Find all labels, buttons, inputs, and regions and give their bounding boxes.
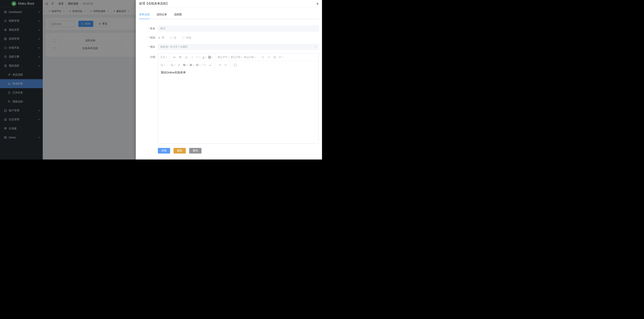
sidebar-item-todo-tasks[interactable]: 待办任务 xyxy=(0,79,43,88)
todo-list-icon[interactable] xyxy=(273,53,277,61)
drawer-actions: 同意 驳回 委托 xyxy=(158,148,319,154)
bold-button[interactable]: B xyxy=(178,53,182,61)
chevron-down-icon xyxy=(38,119,40,121)
blockquote-icon[interactable] xyxy=(172,53,176,61)
sidebar-item-dashboard[interactable]: Dashboard xyxy=(0,8,43,17)
radio-unknown[interactable]: 未知 xyxy=(182,36,191,40)
sidebar-item-label: 已办任务 xyxy=(12,91,40,94)
address-label: 地址 xyxy=(139,45,155,49)
name-input[interactable] xyxy=(158,26,319,31)
more-styles-dropdown[interactable]: •••▾ xyxy=(196,53,200,61)
grid-icon xyxy=(4,136,7,139)
sidebar-item-online-dev[interactable]: 在线开发 xyxy=(0,43,43,52)
sidebar-item-app-management[interactable]: 应用管理 xyxy=(0,34,43,43)
chevron-down-icon xyxy=(38,38,40,40)
radio-dot-icon xyxy=(170,37,172,39)
caret-down-icon: ▾ xyxy=(174,64,175,66)
sidebar-item-label: 权限管理 xyxy=(9,19,38,23)
document-check-icon xyxy=(4,118,7,121)
sidebar-item-permissions[interactable]: 权限管理 xyxy=(0,17,43,26)
line-height-dropdown[interactable]: 默认行高▾ xyxy=(244,53,256,61)
toolbar-divider xyxy=(170,53,170,61)
tab-form-info[interactable]: 表单信息 xyxy=(139,12,150,19)
chevron-down-icon xyxy=(38,29,40,31)
sidebar-item-log-management[interactable]: 日志管理 xyxy=(0,115,43,124)
bullet-list-icon[interactable] xyxy=(261,53,265,61)
tab-flow-records[interactable]: 流转记录 xyxy=(156,12,167,19)
app-logo: Maku Boot xyxy=(0,0,43,7)
link-icon[interactable] xyxy=(177,61,181,69)
caret-down-icon: ▾ xyxy=(242,56,242,58)
sidebar-item-label: 租户管理 xyxy=(9,109,38,112)
numbered-list-icon[interactable] xyxy=(267,53,271,61)
font-family-dropdown[interactable]: 默认字体▾ xyxy=(231,53,242,61)
drawer-header: 处理【在线表单流程】 × xyxy=(136,0,322,8)
approve-button[interactable]: 同意 xyxy=(158,148,170,154)
sidebar-item-workflow-engine[interactable]: 流程引擎 xyxy=(0,52,43,61)
app-window: Maku Boot Dashboard 权限管理 系统设置 应用管理 xyxy=(0,0,322,160)
form-row-name: 姓名 xyxy=(139,26,319,31)
radio-dot-icon xyxy=(182,37,185,39)
reject-button[interactable]: 驳回 xyxy=(174,148,186,154)
divider-line-icon[interactable] xyxy=(208,61,212,69)
undo-icon[interactable] xyxy=(218,61,222,69)
radio-female[interactable]: 女 xyxy=(170,36,176,40)
align-dropdown[interactable]: ▾ xyxy=(279,53,284,61)
delegate-button[interactable]: 委托 xyxy=(189,148,202,154)
tab-flow-diagram[interactable]: 流程图 xyxy=(174,12,182,19)
address-select[interactable]: 湖南省 / 长沙市 / 岳麓区 xyxy=(158,44,319,50)
caret-down-icon: ▾ xyxy=(200,56,200,58)
send-icon xyxy=(8,73,11,76)
edit-icon xyxy=(8,82,11,85)
caret-down-icon: ▾ xyxy=(205,56,206,58)
radio-male[interactable]: 男 xyxy=(158,36,164,40)
table-dropdown[interactable]: ▾ xyxy=(196,61,200,69)
sidebar-item-label: 待办任务 xyxy=(12,82,40,85)
sidebar-item-label: 系统设置 xyxy=(9,28,38,32)
caret-down-icon: ▾ xyxy=(186,64,188,66)
process-drawer: 处理【在线表单流程】 × 表单信息 流转记录 流程图 姓名 性别 xyxy=(136,0,322,160)
sidebar-item-done-tasks[interactable]: 已办任务 xyxy=(0,88,43,97)
tag-icon xyxy=(8,100,11,103)
logo-mountain-icon xyxy=(12,1,16,6)
sidebar-item-initiated-by-me[interactable]: 我发起的 xyxy=(0,97,43,106)
caret-down-icon: ▾ xyxy=(228,56,229,58)
chevron-down-icon xyxy=(38,56,40,58)
toolbar-divider xyxy=(258,53,258,61)
code-block-button[interactable]: </> xyxy=(202,61,206,69)
sidebar: Maku Boot Dashboard 权限管理 系统设置 应用管理 xyxy=(0,0,43,160)
video-dropdown[interactable]: ▾ xyxy=(189,61,194,69)
sidebar-item-label: 流程引擎 xyxy=(9,55,38,59)
sidebar-item-label: Demo xyxy=(9,136,38,139)
sidebar-item-enterprise[interactable]: 企业版 xyxy=(0,124,43,133)
sidebar-item-label: 日志管理 xyxy=(9,118,38,121)
fullscreen-icon[interactable] xyxy=(233,61,237,69)
italic-button[interactable]: I xyxy=(190,53,194,61)
sidebar-item-initiate-process[interactable]: 发起流程 xyxy=(0,70,43,79)
sidebar-item-demo[interactable]: Demo xyxy=(0,133,43,142)
sidebar-item-label: Dashboard xyxy=(9,11,38,14)
sidebar-item-my-processes[interactable]: 我的流程 xyxy=(0,61,43,70)
gender-label: 性别 xyxy=(139,36,155,40)
indent-dropdown[interactable]: ▾ xyxy=(160,61,165,69)
sidebar-item-label: 企业版 xyxy=(9,127,40,130)
sidebar-item-tenant-management[interactable]: 租户管理 xyxy=(0,106,43,115)
underline-button[interactable]: U xyxy=(184,53,188,61)
paragraph-style-dropdown[interactable]: 正文▾ xyxy=(160,53,167,61)
close-drawer-icon[interactable]: × xyxy=(316,2,319,6)
image-dropdown[interactable]: ▾ xyxy=(183,61,188,69)
emoji-dropdown[interactable]: ▾ xyxy=(170,61,175,69)
chevron-down-icon xyxy=(38,20,40,22)
caret-down-icon: ▾ xyxy=(164,64,165,66)
chevron-down-icon xyxy=(38,47,40,49)
radio-label: 女 xyxy=(174,36,176,40)
font-color-dropdown[interactable]: A▾ xyxy=(202,53,206,61)
caret-down-icon: ▾ xyxy=(166,56,167,58)
editor-content[interactable]: 测试Online在线表单 xyxy=(158,69,318,143)
sidebar-item-system-settings[interactable]: 系统设置 xyxy=(0,26,43,34)
radio-label: 男 xyxy=(162,36,164,40)
bg-color-dropdown[interactable]: A▾ xyxy=(208,53,212,61)
redo-icon[interactable] xyxy=(224,61,228,69)
font-size-dropdown[interactable]: 默认字号▾ xyxy=(218,53,229,61)
caret-down-icon: ▾ xyxy=(254,56,256,58)
